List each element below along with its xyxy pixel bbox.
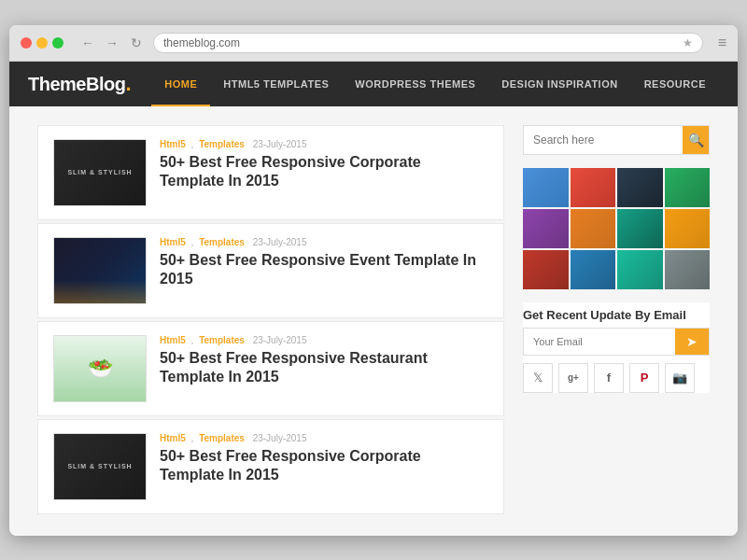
nav-home[interactable]: HOME xyxy=(151,62,210,106)
google-plus-button[interactable]: g+ xyxy=(558,363,588,393)
site-header: ThemeBlog. HOME HTML5 TEMPLATES WORDPRES… xyxy=(9,62,738,106)
grid-item xyxy=(665,250,711,289)
post-category: Html5 xyxy=(160,237,186,247)
search-widget: 🔍 xyxy=(523,125,710,155)
post-card: SLIM & STYLISH Html5 , Templates 23-July… xyxy=(37,125,504,220)
email-widget-title: Get Recent Update By Email xyxy=(523,302,710,328)
browser-nav: ← → ↻ xyxy=(78,34,146,52)
refresh-button[interactable]: ↻ xyxy=(127,34,146,52)
email-input[interactable] xyxy=(524,329,675,355)
search-input[interactable] xyxy=(524,126,683,154)
maximize-button[interactable] xyxy=(52,37,63,49)
post-title[interactable]: 50+ Best Free Responsive Event Template … xyxy=(160,251,488,290)
browser-window: ← → ↻ themeblog.com ★ ≡ ThemeBlog. HOME … xyxy=(9,25,738,536)
menu-icon[interactable]: ≡ xyxy=(718,35,726,51)
grid-item xyxy=(571,209,616,248)
post-category: Html5 xyxy=(160,433,186,443)
nav-wordpress[interactable]: WORDPRESS THEMES xyxy=(342,62,488,106)
post-card: Html5 , Templates 23-July-2015 50+ Best … xyxy=(37,223,504,318)
twitter-button[interactable]: 𝕏 xyxy=(523,363,553,393)
post-date: 23-July-2015 xyxy=(253,433,307,443)
post-date: 23-July-2015 xyxy=(253,237,307,247)
posts-column: SLIM & STYLISH Html5 , Templates 23-July… xyxy=(37,125,504,517)
post-meta: Html5 , Templates 23-July-2015 xyxy=(160,139,488,149)
grid-item xyxy=(523,168,569,207)
post-subcategory: Templates xyxy=(199,433,245,443)
post-info: Html5 , Templates 23-July-2015 50+ Best … xyxy=(160,139,488,192)
post-subcategory: Templates xyxy=(199,335,245,345)
post-meta: Html5 , Templates 23-July-2015 xyxy=(160,335,488,345)
bookmark-icon: ★ xyxy=(683,36,693,49)
grid-item xyxy=(665,209,711,248)
post-date: 23-July-2015 xyxy=(253,139,307,149)
social-row: 𝕏 g+ f P 📷 xyxy=(523,363,710,393)
post-thumbnail: SLIM & STYLISH xyxy=(53,139,147,206)
minimize-button[interactable] xyxy=(36,37,48,49)
search-button[interactable]: 🔍 xyxy=(683,126,709,154)
grid-item xyxy=(617,168,663,207)
post-info: Html5 , Templates 23-July-2015 50+ Best … xyxy=(160,237,488,290)
nav-resource[interactable]: RESOURCE xyxy=(631,62,719,106)
post-title[interactable]: 50+ Best Free Responsive Corporate Templ… xyxy=(160,153,488,192)
post-info: Html5 , Templates 23-July-2015 50+ Best … xyxy=(160,433,488,486)
back-button[interactable]: ← xyxy=(78,34,97,52)
traffic-lights xyxy=(21,37,63,49)
nav-design[interactable]: DESIGN INSPIRATION xyxy=(488,62,630,106)
grid-item xyxy=(523,209,569,248)
post-meta: Html5 , Templates 23-July-2015 xyxy=(160,237,488,247)
close-button[interactable] xyxy=(21,37,32,49)
post-subcategory: Templates xyxy=(199,237,245,247)
grid-item xyxy=(571,168,616,207)
post-title[interactable]: 50+ Best Free Responsive Corporate Templ… xyxy=(160,447,488,486)
site-content: SLIM & STYLISH Html5 , Templates 23-July… xyxy=(19,106,728,536)
post-title[interactable]: 50+ Best Free Responsive Restaurant Temp… xyxy=(160,349,488,388)
post-thumbnail: SLIM & STYLISH xyxy=(53,433,147,500)
post-subcategory: Templates xyxy=(199,139,245,149)
sidebar-grid xyxy=(523,168,710,289)
post-thumbnail xyxy=(53,237,147,304)
post-date: 23-July-2015 xyxy=(253,335,307,345)
site-logo: ThemeBlog. xyxy=(28,72,131,96)
grid-item xyxy=(571,250,616,289)
post-card: SLIM & STYLISH Html5 , Templates 23-July… xyxy=(37,419,504,514)
post-category: Html5 xyxy=(160,139,186,149)
grid-item xyxy=(665,168,711,207)
address-bar[interactable]: themeblog.com ★ xyxy=(153,33,703,53)
nav-html5[interactable]: HTML5 TEMPLATES xyxy=(210,62,342,106)
browser-titlebar: ← → ↻ themeblog.com ★ ≡ xyxy=(9,25,738,62)
pinterest-button[interactable]: P xyxy=(629,363,659,393)
email-form: ➤ xyxy=(523,328,710,356)
post-info: Html5 , Templates 23-July-2015 50+ Best … xyxy=(160,335,488,388)
grid-item xyxy=(523,250,569,289)
post-category: Html5 xyxy=(160,335,186,345)
instagram-button[interactable]: 📷 xyxy=(665,363,695,393)
post-meta: Html5 , Templates 23-July-2015 xyxy=(160,433,488,443)
grid-item xyxy=(617,209,663,248)
post-thumbnail: 🥗 xyxy=(53,335,147,402)
email-widget: Get Recent Update By Email ➤ 𝕏 g+ f P 📷 xyxy=(523,302,710,393)
site-wrapper: ThemeBlog. HOME HTML5 TEMPLATES WORDPRES… xyxy=(9,62,738,536)
forward-button[interactable]: → xyxy=(103,34,121,52)
grid-item xyxy=(617,250,663,289)
facebook-button[interactable]: f xyxy=(594,363,624,393)
email-submit-button[interactable]: ➤ xyxy=(675,329,709,355)
sidebar: 🔍 xyxy=(523,125,710,517)
address-text: themeblog.com xyxy=(163,36,240,49)
site-nav: HOME HTML5 TEMPLATES WORDPRESS THEMES DE… xyxy=(151,62,719,106)
post-card: 🥗 Html5 , Templates 23-July-2015 50+ Bes… xyxy=(37,321,504,416)
